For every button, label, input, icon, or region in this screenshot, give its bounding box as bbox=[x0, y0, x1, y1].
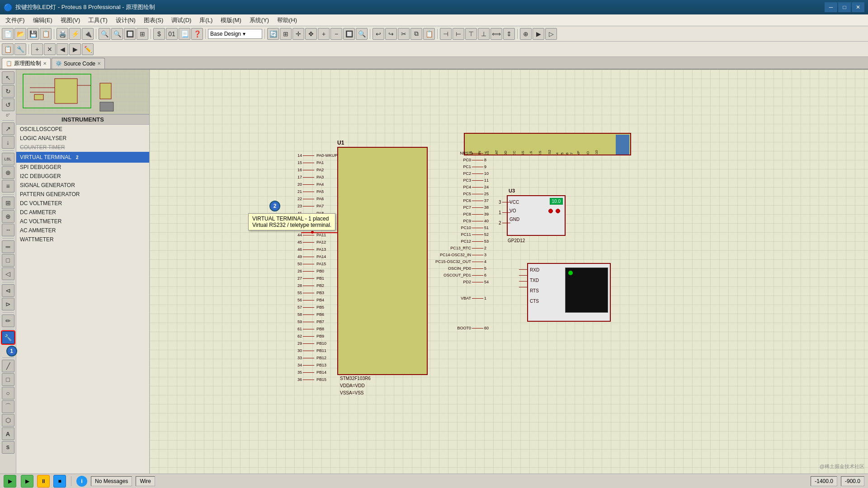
component-tool[interactable]: ⊞ bbox=[2, 197, 14, 209]
schematic-button[interactable]: 📋 bbox=[2, 43, 14, 55]
redo-button[interactable]: ↪ bbox=[385, 28, 397, 40]
cut-button[interactable]: ✂ bbox=[398, 28, 410, 40]
menu-tools[interactable]: 工具(T) bbox=[85, 15, 111, 25]
down-arrow-tool[interactable]: ↓ bbox=[2, 136, 14, 149]
crosshair-button[interactable]: ✛ bbox=[292, 28, 304, 40]
symbol-tool[interactable]: S bbox=[2, 441, 14, 454]
move-button[interactable]: ✥ bbox=[305, 28, 317, 40]
subsheet-tool[interactable]: □ bbox=[2, 254, 14, 267]
pdf-button[interactable]: 📃 bbox=[179, 28, 190, 40]
dollar-button[interactable]: $ bbox=[153, 28, 165, 40]
menu-file[interactable]: 文件(F) bbox=[2, 15, 28, 25]
save-button[interactable]: 💾 bbox=[27, 28, 39, 40]
menu-template[interactable]: 模版(M) bbox=[217, 15, 245, 25]
menu-edit[interactable]: 编辑(E) bbox=[29, 15, 56, 25]
refresh-button[interactable]: 🔄 bbox=[267, 28, 279, 40]
align-top-button[interactable]: ⊤ bbox=[465, 28, 477, 40]
instr-wattmeter[interactable]: WATTMETER bbox=[16, 235, 149, 244]
instr-ac-voltmeter[interactable]: AC VOLTMETER bbox=[16, 217, 149, 226]
new-sheet-button[interactable]: + bbox=[31, 43, 43, 55]
zoom-in-button[interactable]: 🔍 bbox=[111, 28, 123, 40]
mirror-v-button[interactable]: ⇕ bbox=[503, 28, 515, 40]
pcb-button[interactable]: 🔧 bbox=[14, 43, 26, 55]
arc-draw-tool[interactable]: ⌒ bbox=[2, 400, 14, 413]
tab-schematic[interactable]: 📋 原理图绘制 ✕ bbox=[2, 58, 51, 69]
circuit-button[interactable]: ⚡ bbox=[69, 28, 81, 40]
instr-spi-debugger[interactable]: SPI DEBUGGER bbox=[16, 163, 149, 172]
menu-view[interactable]: 视图(V) bbox=[57, 15, 84, 25]
extra2-button[interactable]: ▷ bbox=[545, 28, 557, 40]
paste-button[interactable]: 📋 bbox=[423, 28, 435, 40]
arrow-tool[interactable]: ↗ bbox=[2, 122, 14, 135]
instr-virtual-terminal[interactable]: VIRTUAL TERMINAL 2 bbox=[16, 152, 149, 163]
rotate-cw-tool[interactable]: ↻ bbox=[2, 85, 14, 98]
instr-oscilloscope[interactable]: OSCILLOSCOPE bbox=[16, 125, 149, 134]
global-button[interactable]: ⊕ bbox=[520, 28, 532, 40]
line-draw-tool[interactable]: ╱ bbox=[2, 360, 14, 372]
terminal-tool[interactable]: ⊳ bbox=[2, 298, 14, 310]
menu-library[interactable]: 库(L) bbox=[196, 15, 216, 25]
align-bottom-button[interactable]: ⊥ bbox=[478, 28, 490, 40]
instr-signal-generator[interactable]: SIGNAL GENERATOR bbox=[16, 181, 149, 190]
copy-button[interactable]: ⧉ bbox=[410, 28, 422, 40]
virtual-terminal-component[interactable]: RXD TXD RTS CTS bbox=[527, 263, 611, 322]
poly-draw-tool[interactable]: ⬡ bbox=[2, 414, 14, 427]
info-button[interactable]: i bbox=[76, 476, 87, 487]
zoom-100-button[interactable]: 🔍 bbox=[356, 28, 368, 40]
binary-button[interactable]: 01 bbox=[166, 28, 178, 40]
print-button[interactable]: 🖨️ bbox=[57, 28, 68, 40]
pause-button[interactable]: ⏸ bbox=[37, 475, 50, 488]
tab-schematic-close[interactable]: ✕ bbox=[43, 61, 47, 66]
text-tool[interactable]: A bbox=[2, 427, 14, 440]
mirror-h-button[interactable]: ⟺ bbox=[491, 28, 502, 40]
u1-component[interactable]: U1 14PA0-WKUP 15PA1 16PA2 17PA3 20PA4 21… bbox=[337, 140, 428, 375]
instr-dc-voltmeter[interactable]: DC VOLTMETER bbox=[16, 199, 149, 208]
menu-help[interactable]: 帮助(H) bbox=[274, 15, 301, 25]
save-all-button[interactable]: 📋 bbox=[40, 28, 52, 40]
zoom-in2-button[interactable]: + bbox=[318, 28, 330, 40]
zoom-out-button[interactable]: 🔍 bbox=[99, 28, 110, 40]
rotate-ccw-tool[interactable]: ↺ bbox=[2, 99, 14, 111]
wire-tool[interactable]: ╌ bbox=[2, 224, 14, 236]
design-dropdown[interactable]: Base Design ▾ bbox=[208, 29, 262, 39]
align-left-button[interactable]: ⊣ bbox=[440, 28, 452, 40]
minimize-button[interactable]: ─ bbox=[825, 2, 837, 12]
junction-tool[interactable]: ⊕ bbox=[2, 210, 14, 223]
bus-tool[interactable]: ═ bbox=[2, 240, 14, 253]
grid-button[interactable]: ⊞ bbox=[280, 28, 292, 40]
instr-dc-ammeter[interactable]: DC AMMETER bbox=[16, 208, 149, 217]
instr-i2c-debugger[interactable]: I2C DEBUGGER bbox=[16, 172, 149, 181]
pen-tool[interactable]: ✏ bbox=[2, 314, 14, 327]
tab-source-code[interactable]: ⚙️ Source Code ✕ bbox=[52, 58, 105, 69]
menu-debug[interactable]: 调试(D) bbox=[168, 15, 195, 25]
probe-tool[interactable]: ⊲ bbox=[2, 284, 14, 297]
u3-component[interactable]: U3 3 1 2 VCC VO GND 10.0 GP2D bbox=[507, 195, 566, 236]
play-button[interactable]: ▶ bbox=[4, 475, 16, 488]
prev-sheet-button[interactable]: ◀ bbox=[57, 43, 68, 55]
port-tool[interactable]: ◁ bbox=[2, 267, 14, 280]
instr-pattern-generator[interactable]: PATTERN GENERATOR bbox=[16, 190, 149, 199]
rect-draw-tool[interactable]: □ bbox=[2, 373, 14, 386]
align-right-button[interactable]: ⊢ bbox=[453, 28, 464, 40]
next-sheet-button[interactable]: ▶ bbox=[69, 43, 81, 55]
instruments-tool[interactable]: 🔧 bbox=[2, 331, 14, 344]
menu-design[interactable]: 设计(N) bbox=[112, 15, 139, 25]
circle-draw-tool[interactable]: ○ bbox=[2, 387, 14, 399]
extra-button[interactable]: ▶ bbox=[533, 28, 544, 40]
edit-button[interactable]: ✏️ bbox=[82, 43, 94, 55]
tab-source-close[interactable]: ✕ bbox=[97, 61, 101, 66]
stop-button[interactable]: ■ bbox=[53, 475, 66, 488]
zoom-fit-button[interactable]: ⊞ bbox=[137, 28, 148, 40]
zoom-area-button[interactable]: 🔲 bbox=[124, 28, 136, 40]
instr-counter-timer[interactable]: COUNTER TIMER bbox=[16, 143, 149, 152]
menu-graph[interactable]: 图表(S) bbox=[140, 15, 167, 25]
lbl-tool[interactable]: LBL bbox=[2, 153, 14, 165]
delete-sheet-button[interactable]: ✕ bbox=[44, 43, 56, 55]
new-button[interactable]: 📄 bbox=[2, 28, 14, 40]
instr-logic-analyser[interactable]: LOGIC ANALYSER bbox=[16, 134, 149, 143]
zoom-out2-button[interactable]: − bbox=[330, 28, 342, 40]
instr-ac-ammeter[interactable]: AC AMMETER bbox=[16, 226, 149, 235]
zoom-fit2-button[interactable]: 🔲 bbox=[343, 28, 355, 40]
lines-tool[interactable]: ≡ bbox=[2, 180, 14, 192]
select-tool[interactable]: ↖ bbox=[2, 71, 14, 84]
